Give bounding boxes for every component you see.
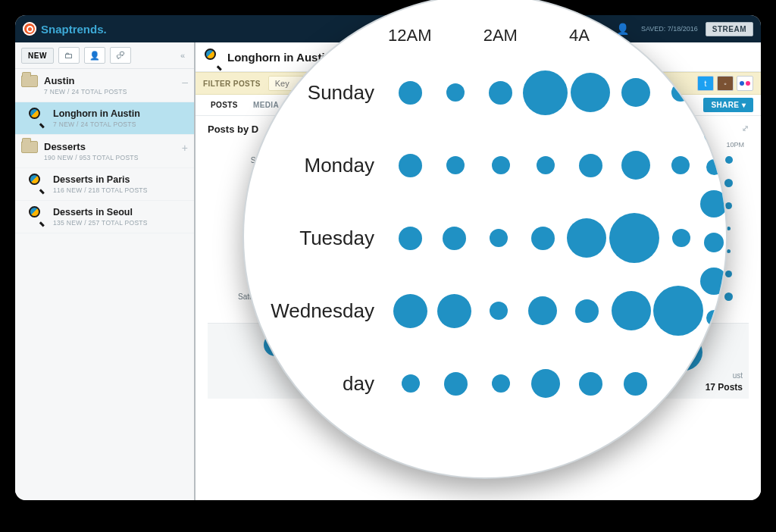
search-title: Desserts in Paris	[53, 174, 186, 185]
search-icon	[29, 108, 44, 123]
time-label: 2AM	[483, 26, 518, 45]
heatmap-bubble[interactable]	[537, 156, 555, 174]
heatmap-bubble[interactable]	[523, 70, 568, 115]
stream-button[interactable]: STREAM	[706, 22, 753, 36]
collapse-sidebar-button[interactable]: «	[177, 51, 188, 60]
heatmap-bubble[interactable]	[621, 78, 650, 107]
folder-icon	[21, 75, 38, 87]
heatmap-bubble[interactable]	[393, 294, 427, 328]
time-label: 4A	[569, 26, 590, 45]
brand-text: Snaptrends.	[41, 23, 107, 36]
folder-title: Desserts	[44, 141, 186, 152]
heatmap-bubble[interactable]	[528, 296, 557, 325]
brand[interactable]: Snaptrends.	[23, 22, 107, 36]
search-desserts-in-paris[interactable]: Desserts in Paris 116 NEW / 218 TOTAL PO…	[15, 168, 194, 201]
folder-icon[interactable]: 🗀	[58, 47, 80, 64]
folder-meta: 7 NEW / 24 TOTAL POSTS	[44, 88, 186, 95]
search-meta: 135 NEW / 257 TOTAL POSTS	[53, 219, 186, 227]
lens-heatmap: SundayMondayTuesdayWednesdayday	[267, 56, 703, 420]
heatmap-bubble[interactable]	[492, 374, 510, 393]
heatmap-bubble[interactable]	[399, 81, 422, 105]
heatmap-bubble[interactable]	[490, 229, 508, 247]
heatmap-bubble[interactable]	[446, 83, 465, 102]
search-meta: 116 NEW / 218 TOTAL POSTS	[53, 186, 186, 194]
search-icon	[205, 49, 221, 65]
sidebar: NEW 🗀 👤 🗪 « Austin 7 NEW / 24 TOTAL POST…	[15, 42, 196, 500]
share-button[interactable]: SHARE ▾	[703, 98, 753, 112]
filter-label: FILTER POSTS	[203, 80, 261, 88]
search-meta: 7 NEW / 24 TOTAL POSTS	[53, 120, 186, 128]
convo-icon[interactable]: 🗪	[110, 47, 131, 64]
sidebar-toolbar: NEW 🗀 👤 🗪 «	[15, 42, 194, 69]
heatmap-bubble[interactable]	[579, 154, 602, 177]
zoom-lens: 12AM 2AM 4A SundayMondayTuesdayWednesday…	[242, 0, 728, 479]
search-icon	[29, 174, 44, 189]
search-desserts-in-seoul[interactable]: Desserts in Seoul 135 NEW / 257 TOTAL PO…	[15, 201, 194, 233]
heatmap-bubble[interactable]	[571, 73, 610, 112]
heatmap-bubble[interactable]	[531, 227, 555, 250]
flickr-filter-button[interactable]	[737, 76, 753, 91]
tab-posts[interactable]: POSTS	[203, 101, 246, 109]
heatmap-bubble[interactable]	[579, 372, 602, 396]
heatmap-bubble[interactable]	[444, 372, 468, 396]
heatmap-bubble[interactable]	[490, 302, 508, 320]
person-icon[interactable]: 👤	[84, 47, 105, 64]
heatmap-bubble[interactable]	[672, 229, 690, 247]
expand-icon[interactable]: +	[182, 144, 188, 152]
heatmap-bubble[interactable]	[727, 249, 731, 253]
search-title: Desserts in Seoul	[53, 207, 186, 217]
heatmap-bubble[interactable]	[609, 213, 659, 263]
heatmap-bubble[interactable]	[531, 369, 560, 398]
heatmap-bubble[interactable]	[446, 156, 465, 174]
heatmap-bubble[interactable]	[724, 293, 733, 301]
heatmap-bubble[interactable]	[724, 179, 733, 187]
heatmap-bubble[interactable]	[727, 227, 731, 230]
folder-icon	[21, 141, 38, 153]
heatmap-bubble[interactable]	[399, 154, 422, 177]
heatmap-bubble[interactable]	[621, 151, 650, 180]
folder-title: Austin	[44, 75, 186, 86]
twitter-filter-button[interactable]: t	[697, 76, 714, 91]
heatmap-bubble[interactable]	[443, 227, 466, 250]
time-label: 12AM	[388, 26, 431, 45]
heatmap-bubble[interactable]	[399, 227, 422, 250]
heatmap-bubble[interactable]	[725, 271, 732, 277]
heatmap-bubble[interactable]	[725, 202, 732, 209]
folder-austin[interactable]: Austin 7 NEW / 24 TOTAL POSTS –	[15, 69, 194, 102]
new-button[interactable]: NEW	[21, 48, 54, 64]
collapse-icon[interactable]: –	[182, 78, 188, 86]
lens-day-label: Wednesday	[267, 299, 388, 323]
total-value: 17 Posts	[706, 382, 743, 393]
brand-logo-icon	[23, 22, 36, 36]
folder-meta: 190 NEW / 953 TOTAL POSTS	[44, 154, 186, 161]
heatmap-bubble[interactable]	[671, 156, 690, 174]
instagram-filter-button[interactable]: ◦	[717, 76, 734, 91]
lens-day-label: Tuesday	[267, 227, 388, 250]
search-icon	[29, 206, 44, 221]
heatmap-bubble	[700, 190, 728, 217]
heatmap-bubble[interactable]	[575, 299, 599, 323]
chart-title-text: Posts by D	[208, 124, 258, 135]
heatmap-bubble[interactable]	[612, 291, 651, 330]
heatmap-bubble[interactable]	[492, 156, 510, 174]
folder-desserts[interactable]: Desserts 190 NEW / 953 TOTAL POSTS +	[15, 135, 194, 168]
search-title: Longhorn in Austin	[53, 108, 186, 119]
total-label: ust	[733, 371, 743, 380]
saved-timestamp: SAVED: 7/18/2016	[634, 25, 706, 33]
expand-chart-icon[interactable]: ⤢	[742, 124, 749, 133]
heatmap-bubble[interactable]	[567, 218, 606, 258]
search-longhorn-in-austin[interactable]: Longhorn in Austin 7 NEW / 24 TOTAL POST…	[15, 102, 194, 135]
heatmap-bubble	[704, 233, 724, 252]
heatmap-bubble[interactable]	[725, 156, 733, 164]
lens-day-label: Monday	[267, 154, 388, 177]
page-title: Longhorn in Austi	[227, 51, 325, 64]
heatmap-bubble[interactable]	[489, 81, 512, 105]
heatmap-bubble[interactable]	[402, 374, 420, 393]
heatmap-bubble[interactable]	[437, 294, 471, 328]
heatmap-bubble[interactable]	[624, 372, 647, 396]
